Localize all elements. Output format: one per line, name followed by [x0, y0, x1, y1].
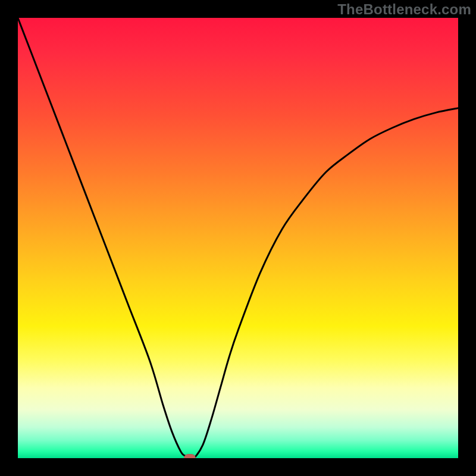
minimum-marker	[184, 454, 196, 458]
plot-area	[18, 18, 458, 458]
bottleneck-curve	[18, 18, 458, 458]
watermark-text: TheBottleneck.com	[337, 1, 471, 18]
chart-frame: TheBottleneck.com	[0, 0, 476, 476]
